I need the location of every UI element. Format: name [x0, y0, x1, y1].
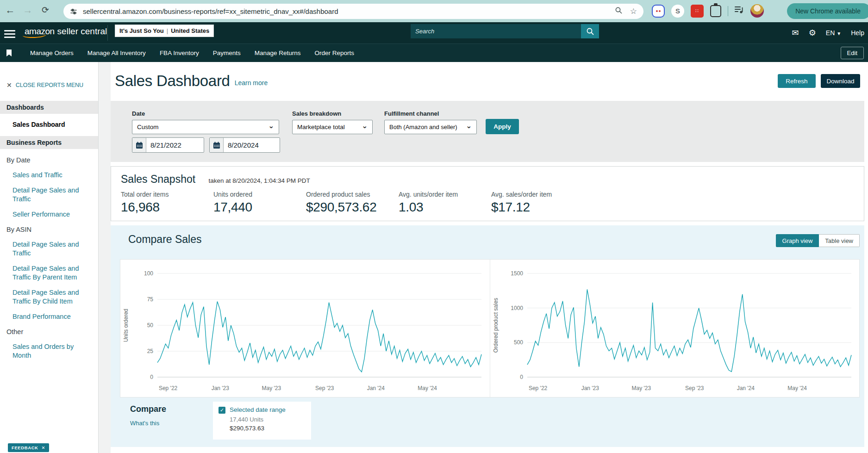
learn-more-link[interactable]: Learn more: [235, 79, 268, 87]
sidebar-item-detail-page-sales-and-traffic[interactable]: Detail Page Sales and Traffic: [0, 237, 98, 261]
sidebar-item-sales-dashboard[interactable]: Sales Dashboard: [0, 118, 98, 131]
selected-range-legend: ✓ Selected date range 17,440 Units $290,…: [213, 402, 311, 440]
svg-text:0: 0: [150, 374, 153, 380]
metric-value: $17.12: [491, 200, 584, 215]
sales-snapshot-panel: Sales Snapshot taken at 8/20/2024, 1:04:…: [111, 166, 864, 221]
download-button[interactable]: Download: [821, 74, 860, 88]
bookmark-star-icon[interactable]: ☆: [630, 6, 637, 16]
refresh-button[interactable]: Refresh: [778, 74, 816, 88]
svg-text:50: 50: [147, 322, 154, 329]
svg-text:Jan '24: Jan '24: [737, 385, 755, 391]
zoom-page-icon[interactable]: [615, 6, 623, 17]
hamburger-menu-icon[interactable]: [4, 28, 15, 40]
svg-text:0: 0: [520, 374, 523, 380]
header-search-input[interactable]: [411, 24, 581, 38]
account-marketplace-switcher[interactable]: It's Just So You | United States: [115, 25, 214, 37]
svg-text:500: 500: [513, 339, 523, 346]
close-icon[interactable]: ✕: [42, 445, 46, 450]
extension-icon-s[interactable]: S: [671, 5, 684, 18]
ordered-product-sales-chart: 050010001500Sep '22Jan '23May '23Sep '23…: [490, 260, 860, 397]
units-ordered-chart: 0255075100Sep '22Jan '23May '23Sep '23Ja…: [120, 260, 490, 397]
sidebar-item-detail-page-sales-and-traffic-by-child-item[interactable]: Detail Page Sales and Traffic By Child I…: [0, 285, 98, 309]
metric-label: Avg. sales/order item: [491, 191, 584, 198]
language-selector[interactable]: EN▼: [826, 29, 841, 37]
end-date-input[interactable]: [224, 141, 275, 149]
sales-breakdown-select[interactable]: Marketplace total⌄: [292, 120, 373, 134]
nav-item-fba-inventory[interactable]: FBA Inventory: [160, 50, 199, 56]
breakdown-filter-label: Sales breakdown: [292, 110, 341, 117]
extension-icon-red[interactable]: ∷: [691, 5, 704, 18]
extension-icon-1[interactable]: [652, 5, 665, 18]
sidebar-group-by-date: By Date: [0, 153, 98, 168]
date-range-select[interactable]: Custom⌄: [132, 120, 279, 134]
header-search-button[interactable]: [581, 24, 599, 38]
sidebar-item-sales-and-traffic[interactable]: Sales and Traffic: [0, 168, 98, 183]
svg-text:Jan '24: Jan '24: [367, 385, 385, 391]
settings-gear-icon[interactable]: ⚙: [809, 28, 816, 38]
compare-charts-card: 0255075100Sep '22Jan '23May '23Sep '23Ja…: [120, 259, 860, 397]
legend-sales: $290,573.63: [230, 425, 306, 432]
svg-text:Jan '23: Jan '23: [581, 385, 599, 391]
nav-item-manage-returns[interactable]: Manage Returns: [255, 50, 301, 56]
whats-this-link[interactable]: What's this: [130, 420, 166, 427]
sidebar-section-dashboards: Dashboards: [0, 101, 98, 114]
main-content: Sales Dashboard Learn more Refresh Downl…: [99, 62, 868, 453]
help-link[interactable]: Help: [851, 29, 864, 37]
nav-item-manage-orders[interactable]: Manage Orders: [30, 50, 74, 56]
close-reports-menu[interactable]: ✕ CLOSE REPORTS MENU: [6, 81, 98, 89]
graph-view-button[interactable]: Graph view: [776, 234, 819, 247]
main-nav-bar: Manage OrdersManage All InventoryFBA Inv…: [0, 43, 868, 62]
nav-item-payments[interactable]: Payments: [213, 50, 241, 56]
sales-snapshot-title: Sales Snapshot: [121, 173, 195, 185]
apply-button[interactable]: Apply: [486, 119, 519, 134]
selected-range-checkbox[interactable]: ✓: [219, 407, 225, 414]
amazon-seller-central-logo[interactable]: amazonseller central: [22, 26, 107, 37]
compare-label: Compare: [130, 404, 166, 414]
svg-text:75: 75: [147, 296, 154, 303]
svg-text:Sep '23: Sep '23: [315, 385, 334, 391]
calendar-icon[interactable]: [132, 138, 146, 152]
sidebar-item-detail-page-sales-and-traffic[interactable]: Detail Page Sales and Traffic: [0, 183, 98, 207]
date-filter-label: Date: [132, 110, 145, 117]
svg-text:Units ordered: Units ordered: [123, 309, 129, 342]
bookmark-icon[interactable]: [6, 50, 12, 56]
svg-text:May '23: May '23: [631, 385, 651, 391]
nav-item-order-reports[interactable]: Order Reports: [315, 50, 355, 56]
content-gutter: [99, 62, 111, 453]
calendar-icon[interactable]: [210, 138, 224, 152]
browser-back-button[interactable]: ←: [4, 5, 17, 16]
messages-icon[interactable]: ✉: [792, 28, 799, 38]
metric-value: 16,968: [121, 200, 213, 215]
extension-icon-clipboard[interactable]: [710, 5, 721, 17]
metric-value: 1.03: [399, 200, 491, 215]
url-text: sellercentral.amazon.com/business-report…: [83, 7, 607, 15]
snapshot-metrics: Total order items16,968Units ordered17,4…: [121, 191, 584, 215]
edit-nav-button[interactable]: Edit: [841, 47, 864, 59]
site-info-icon[interactable]: [70, 8, 77, 15]
sidebar-item-brand-performance[interactable]: Brand Performance: [0, 309, 98, 324]
nav-item-manage-all-inventory[interactable]: Manage All Inventory: [87, 50, 146, 56]
start-date-input[interactable]: [146, 141, 197, 149]
sidebar-item-sales-and-orders-by-month[interactable]: Sales and Orders by Month: [0, 339, 98, 363]
metric-avg-sales-order-item: Avg. sales/order item$17.12: [491, 191, 584, 215]
start-date-field[interactable]: [132, 137, 204, 153]
toolbar-divider: [728, 6, 728, 16]
feedback-button[interactable]: FEEDBACK ✕: [8, 443, 49, 452]
browser-forward-button[interactable]: →: [21, 5, 34, 16]
svg-text:1500: 1500: [511, 270, 523, 277]
chevron-down-icon: ▼: [837, 31, 841, 36]
table-view-button[interactable]: Table view: [819, 234, 860, 247]
sidebar-item-detail-page-sales-and-traffic-by-parent-item[interactable]: Detail Page Sales and Traffic By Parent …: [0, 261, 98, 285]
fulfillment-channel-select[interactable]: Both (Amazon and seller)⌄: [384, 120, 477, 134]
playlist-icon[interactable]: [735, 6, 744, 16]
sidebar-item-seller-performance[interactable]: Seller Performance: [0, 207, 98, 222]
browser-reload-button[interactable]: ⟳: [39, 5, 52, 15]
end-date-field[interactable]: [209, 137, 280, 153]
browser-profile-avatar[interactable]: [750, 4, 764, 18]
header-divider: [107, 25, 108, 41]
chart-line-series: [157, 302, 481, 372]
svg-text:May '23: May '23: [262, 385, 281, 391]
address-bar[interactable]: sellercentral.amazon.com/business-report…: [63, 4, 643, 19]
metric-value: 17,440: [213, 200, 306, 215]
new-chrome-available-button[interactable]: New Chrome available: [787, 3, 868, 19]
